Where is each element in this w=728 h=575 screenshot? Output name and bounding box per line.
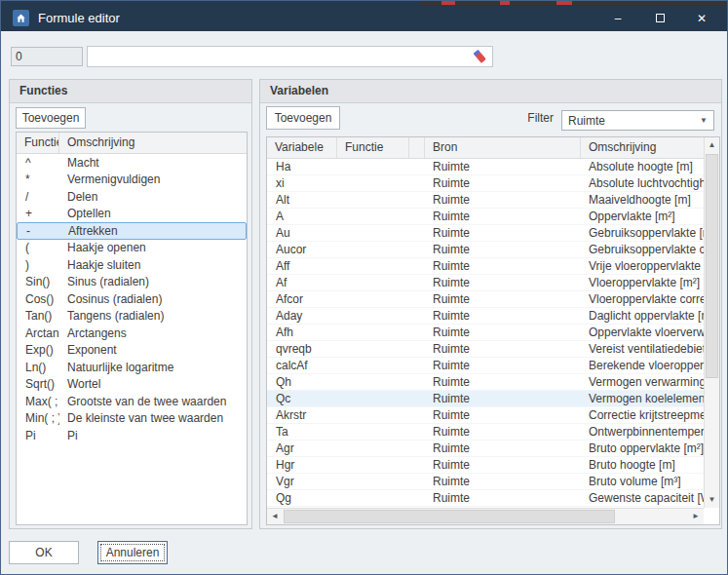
variable-row[interactable]: AgrRuimteBruto oppervlakte [m²] <box>267 441 704 457</box>
function-description: Pi <box>59 429 247 442</box>
function-row[interactable]: (Haakje openen <box>17 240 247 257</box>
variable-row[interactable]: calcAfRuimteBerekende vloeroppervl <box>267 358 704 374</box>
function-row[interactable]: ^Macht <box>17 154 247 172</box>
column-header-omschrijving[interactable]: Omschrijving <box>581 137 719 158</box>
scroll-down-icon[interactable]: ▼ <box>705 492 719 508</box>
column-header-bron[interactable]: Bron <box>425 137 581 158</box>
variable-source: Ruimte <box>425 425 581 439</box>
maximize-button[interactable] <box>646 7 673 30</box>
variable-row[interactable]: qvreqbRuimteVereist ventilatiedebiet <box>267 341 704 358</box>
variable-row[interactable]: AfRuimteVloeroppervlakte [m²] <box>267 275 704 291</box>
functions-panel-title: Functies <box>10 80 251 103</box>
function-row[interactable]: Cos()Cosinus (radialen) <box>17 290 247 308</box>
variable-source: Ruimte <box>425 210 581 223</box>
function-name: * <box>17 172 59 186</box>
variable-description: Absolute luchtvochtighe <box>581 176 704 190</box>
function-name: Arctan() <box>17 326 59 340</box>
variable-name: qvreqb <box>267 342 337 356</box>
variable-description: Berekende vloeroppervl <box>581 359 704 372</box>
variables-panel: Variabelen Toevoegen Filter Ruimte ▼ Var… <box>259 79 722 529</box>
function-row[interactable]: +Optellen <box>17 206 247 223</box>
function-row[interactable]: -Aftrekken <box>17 222 247 240</box>
variable-row[interactable]: AffRuimteVrije vloeroppervlakte [ <box>267 258 704 275</box>
variable-name: Afcor <box>267 292 337 306</box>
maximize-icon <box>656 14 665 22</box>
minimize-button[interactable]: – <box>604 7 632 30</box>
variable-name: Qh <box>267 375 337 389</box>
function-row[interactable]: Tan()Tangens (radialen) <box>17 308 247 326</box>
variable-name: Ta <box>267 425 337 439</box>
variable-description: Vermogen verwarmings <box>581 375 704 389</box>
function-description: Delen <box>59 190 247 204</box>
variable-source: Ruimte <box>425 342 581 356</box>
function-row[interactable]: Ln()Natuurlijke logaritme <box>17 359 247 376</box>
function-description: Arctangens <box>59 326 247 340</box>
function-row[interactable]: Arctan()Arctangens <box>17 325 247 342</box>
variable-name: Ha <box>267 160 337 173</box>
vertical-scrollbar-thumb[interactable] <box>706 154 718 378</box>
column-header-blank[interactable] <box>409 137 425 158</box>
variable-row[interactable]: AdayRuimteDaglicht oppervlakte [m² <box>267 308 704 325</box>
variable-source: Ruimte <box>425 176 581 190</box>
function-row[interactable]: Sin()Sinus (radialen) <box>17 274 247 291</box>
variable-row[interactable]: QgRuimteGewenste capaciteit [W] <box>267 490 704 507</box>
variable-row[interactable]: AltRuimteMaaiveldhoogte [m] <box>267 192 704 209</box>
horizontal-scrollbar[interactable]: ◄ ► <box>267 508 704 524</box>
variable-row[interactable]: HgrRuimteBruto hoogte [m] <box>267 457 704 474</box>
variable-row[interactable]: QcRuimteVermogen koelelemente <box>267 391 704 407</box>
variable-source: Ruimte <box>425 243 581 256</box>
variable-source: Ruimte <box>425 292 581 306</box>
variable-source: Ruimte <box>425 276 581 289</box>
vertical-scrollbar[interactable]: ▲ ▼ <box>704 137 719 508</box>
function-row[interactable]: Sqrt()Wortel <box>17 376 247 394</box>
variable-row[interactable]: AuRuimteGebruiksoppervlakte [m² <box>267 225 704 242</box>
column-header-functie[interactable]: Functie <box>17 133 59 153</box>
app-home-icon <box>13 10 29 26</box>
close-button[interactable]: ✕ <box>688 7 715 30</box>
scroll-right-icon[interactable]: ► <box>688 509 704 524</box>
variable-name: Aday <box>267 309 337 323</box>
variable-row[interactable]: AkrstrRuimteCorrectie krijtstreepmet <box>267 407 704 424</box>
function-row[interactable]: )Haakje sluiten <box>17 256 247 274</box>
function-row[interactable]: PiPi <box>17 427 247 444</box>
function-row[interactable]: /Delen <box>17 188 247 206</box>
function-name: ( <box>17 241 59 254</box>
variable-row[interactable]: AfcorRuimteVloeroppervlakte correc <box>267 291 704 308</box>
variable-description: Bruto oppervlakte [m²] <box>581 441 704 455</box>
variable-row[interactable]: HaRuimteAbsolute hoogte [m] <box>267 159 704 175</box>
cancel-button[interactable]: Annuleren <box>97 541 168 564</box>
titlebar[interactable]: Formule editor – ✕ <box>1 5 727 31</box>
function-row[interactable]: *Vermenigvuldigen <box>17 172 247 189</box>
variables-panel-title: Variabelen <box>260 80 721 103</box>
variable-name: Au <box>267 226 337 240</box>
variable-row[interactable]: QhRuimteVermogen verwarmings <box>267 374 704 391</box>
ok-button[interactable]: OK <box>9 541 79 564</box>
scroll-up-icon[interactable]: ▲ <box>705 137 719 153</box>
variable-description: Oppervlakte vloerverwa <box>581 326 704 339</box>
eraser-icon[interactable] <box>471 48 488 65</box>
variable-row[interactable]: ARuimteOppervlakte [m²] <box>267 209 704 225</box>
column-header-variabele[interactable]: Variabele <box>267 137 337 158</box>
function-row[interactable]: Exp()Exponent <box>17 342 247 360</box>
variable-description: Daglicht oppervlakte [m² <box>581 309 704 323</box>
variable-row[interactable]: AfhRuimteOppervlakte vloerverwa <box>267 325 704 341</box>
column-header-functie[interactable]: Functie <box>337 137 409 158</box>
variable-description: Bruto hoogte [m] <box>581 458 704 472</box>
scroll-left-icon[interactable]: ◄ <box>267 509 283 524</box>
formula-input[interactable] <box>87 46 493 67</box>
column-header-omschrijving[interactable]: Omschrijving <box>59 133 247 153</box>
function-description: Tangens (radialen) <box>59 309 247 323</box>
horizontal-scrollbar-thumb[interactable] <box>284 510 615 523</box>
function-row[interactable]: Min( ; )De kleinste van twee waarden <box>17 410 247 428</box>
variable-description: Bruto volume [m³] <box>581 475 704 488</box>
variable-row[interactable]: TaRuimteOntwerpbinnentempera <box>267 424 704 441</box>
variables-table-header: Variabele Functie Bron Omschrijving <box>267 137 719 159</box>
filter-dropdown[interactable]: Ruimte ▼ <box>561 110 714 131</box>
variable-row[interactable]: VgrRuimteBruto volume [m³] <box>267 474 704 490</box>
variable-row[interactable]: AucorRuimteGebruiksoppervlakte cor <box>267 242 704 258</box>
add-variable-button[interactable]: Toevoegen <box>266 106 340 130</box>
variable-row[interactable]: xiRuimteAbsolute luchtvochtighe <box>267 175 704 192</box>
function-description: Wortel <box>59 377 247 391</box>
add-function-button[interactable]: Toevoegen <box>16 107 86 129</box>
function-row[interactable]: Max( ; )Grootste van de twee waarden <box>17 393 247 410</box>
